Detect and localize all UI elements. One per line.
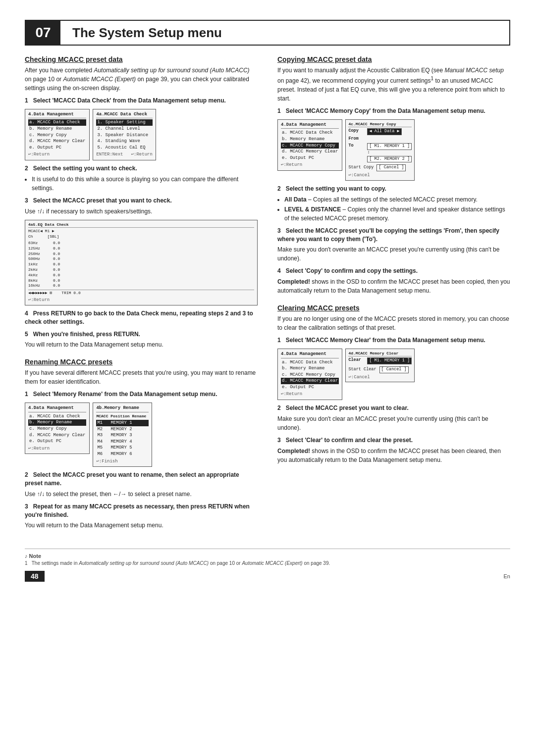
main-content: Checking MCACC preset data After you hav… (25, 55, 510, 539)
data-management-screen: 4.Data Management a. MCACC Data Check b.… (25, 109, 90, 160)
clear-screens: 4.Data Management a. MCACC Data Check b.… (277, 349, 510, 400)
step3-copy-heading: 3 Select the MCACC preset you'll be copy… (277, 227, 510, 244)
step1-check-heading: 1 Select 'MCACC Data Check' from the Dat… (25, 97, 258, 105)
copy-screens: 4.Data Management a. MCACC Data Check b.… (277, 119, 510, 181)
step3-clear-heading: 3 Select 'Clear' to confirm and clear th… (277, 436, 510, 445)
chapter-number: 07 (26, 21, 60, 45)
step2-clear-body: Make sure you don't clear an MCACC prese… (277, 414, 510, 432)
section-renaming-intro: If you have several different MCACC pres… (25, 368, 258, 386)
data-management-copy-screen: 4.Data Management a. MCACC Data Check b.… (277, 119, 342, 171)
section-copying-intro: If you want to manually adjust the Acous… (277, 66, 510, 103)
step2-check-bullets: It is useful to do this while a source i… (32, 175, 258, 193)
section-copying-mcacc: Copying MCACC preset data If you want to… (277, 55, 510, 295)
step2-rename-body: Use ↑/↓ to select the preset, then ←/→ t… (25, 490, 258, 499)
step2-copy-bullets: All Data – Copies all the settings of th… (284, 195, 510, 223)
section-clearing-title: Clearing MCACC presets (277, 304, 510, 312)
step1-copy-heading: 1 Select 'MCACC Memory Copy' from the Da… (277, 107, 510, 115)
memory-rename-screen: 4b.Memory Rename MCACC Position Rename M… (93, 403, 152, 467)
step3-check-heading: 3 Select the MCACC preset that you want … (25, 197, 258, 205)
step2-check-heading: 2 Select the setting you want to check. (25, 164, 258, 173)
mcacc-memory-copy-screen: 4c.MCACC Memory Copy Copy ◀ All Data ▶ F… (345, 119, 415, 181)
footnote-text: 1 The settings made in Automatically set… (25, 560, 510, 566)
step5-check-heading: 5 When you're finished, press RETURN. (25, 330, 258, 339)
page-number-bar: 48 En (25, 571, 510, 582)
section-clearing-intro: If you are no longer using one of the MC… (277, 314, 510, 332)
step3-clear-body: Completed! shows in the OSD to confirm t… (277, 447, 510, 464)
note-symbol: ♪ Note (25, 553, 510, 559)
eq-screen-container: 4a5.EQ Data Check MCACC◀ M1 ▶ Ch [SBL] 6… (25, 220, 258, 306)
page-header: 07 The System Setup menu (25, 20, 510, 46)
section-checking-title: Checking MCACC preset data (25, 55, 258, 63)
step3-check-body: Use ↑/↓ if necessary to switch speakers/… (25, 207, 258, 216)
section-checking-intro: After you have completed Automatically s… (25, 66, 258, 93)
page-number: 48 (25, 571, 45, 582)
section-renaming-title: Renaming MCACC presets (25, 358, 258, 366)
step2-copy-heading: 2 Select the setting you want to copy. (277, 185, 510, 193)
step1-clear-heading: 1 Select 'MCACC Memory Clear' from the D… (277, 336, 510, 345)
step2-clear-heading: 2 Select the MCACC preset you want to cl… (277, 404, 510, 412)
eq-data-check-screen: 4a5.EQ Data Check MCACC◀ M1 ▶ Ch [SBL] 6… (25, 220, 258, 306)
right-column: Copying MCACC preset data If you want to… (277, 55, 510, 539)
footer: ♪ Note 1 The settings made in Automatica… (25, 549, 510, 566)
step3-rename-body: You will return to the Data Management s… (25, 521, 258, 530)
section-copying-title: Copying MCACC preset data (277, 55, 510, 63)
step1-rename-heading: 1 Select 'Memory Rename' from the Data M… (25, 390, 258, 399)
step3-copy-body: Make sure you don't overwrite an MCACC p… (277, 245, 510, 263)
rename-screens: 4.Data Management a. MCACC Data Check b.… (25, 403, 258, 467)
language-label: En (504, 573, 510, 579)
data-management-clear-screen: 4.Data Management a. MCACC Data Check b.… (277, 349, 342, 400)
step4-check-heading: 4 Press RETURN to go back to the Data Ch… (25, 309, 258, 326)
section-renaming-mcacc: Renaming MCACC presets If you have sever… (25, 358, 258, 530)
step4-copy-heading: 4 Select 'Copy' to confirm and copy the … (277, 267, 510, 275)
step1-screens: 4.Data Management a. MCACC Data Check b.… (25, 109, 258, 160)
left-column: Checking MCACC preset data After you hav… (25, 55, 258, 539)
step3-rename-heading: 3 Repeat for as many MCACC presets as ne… (25, 503, 258, 519)
chapter-title: The System Setup menu (60, 21, 509, 45)
section-clearing-mcacc: Clearing MCACC presets If you are no lon… (277, 304, 510, 464)
mcacc-memory-clear-screen: 4d.MCACC Memory Clear Clear [ M1. MEMORY… (345, 349, 415, 383)
step5-check-body: You will return to the Data Management s… (25, 340, 258, 349)
step4-copy-body: Completed! shows in the OSD to confirm t… (277, 277, 510, 295)
section-checking-mcacc: Checking MCACC preset data After you hav… (25, 55, 258, 349)
data-management-rename-screen: 4.Data Management a. MCACC Data Check b.… (25, 403, 90, 454)
mcacc-data-check-screen: 4a.MCACC Data Check 1. Speaker Setting 2… (93, 109, 156, 160)
step2-rename-heading: 2 Select the MCACC preset you want to re… (25, 471, 258, 488)
